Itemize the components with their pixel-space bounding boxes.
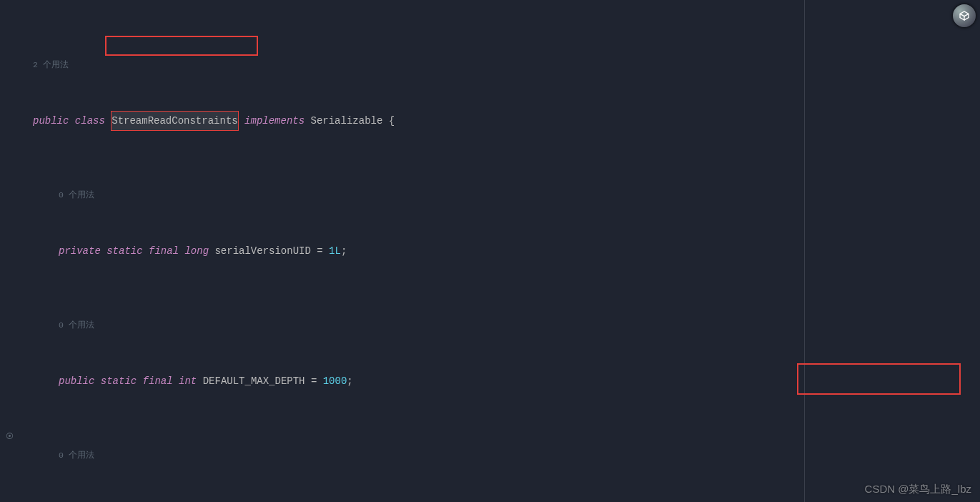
ai-assistant-icon[interactable] [953, 4, 976, 27]
usage-hint[interactable]: 0 个用法 [21, 316, 980, 335]
field-serialVersionUID[interactable]: private static final long serialVersionU… [21, 242, 980, 260]
override-gutter-icon[interactable]: ⦿ [6, 432, 14, 441]
keyword-implements: implements [244, 112, 305, 130]
keyword-public: public [33, 112, 69, 130]
field-default-max-depth[interactable]: public static final int DEFAULT_MAX_DEPT… [21, 372, 980, 390]
usage-hint[interactable]: 0 个用法 [21, 186, 980, 205]
code-block[interactable]: 2 个用法 public class StreamReadConstraints… [21, 19, 980, 502]
gutter: ⦿ [0, 0, 21, 502]
editor-area[interactable]: ⦿ 2 个用法 public class StreamReadConstrain… [0, 0, 980, 502]
usage-hint[interactable]: 2 个用法 [21, 56, 980, 74]
watermark-csdn: CSDN @菜鸟上路_lbz [865, 483, 971, 496]
class-declaration-line[interactable]: public class StreamReadConstraints imple… [21, 112, 980, 130]
class-name-streamreadconstraints: StreamReadConstraints [111, 111, 238, 131]
brace-open: { [382, 112, 395, 130]
keyword-class: class [75, 112, 105, 130]
interface-serializable: Serializable [311, 112, 383, 130]
usage-hint[interactable]: 0 个用法 [21, 446, 980, 465]
